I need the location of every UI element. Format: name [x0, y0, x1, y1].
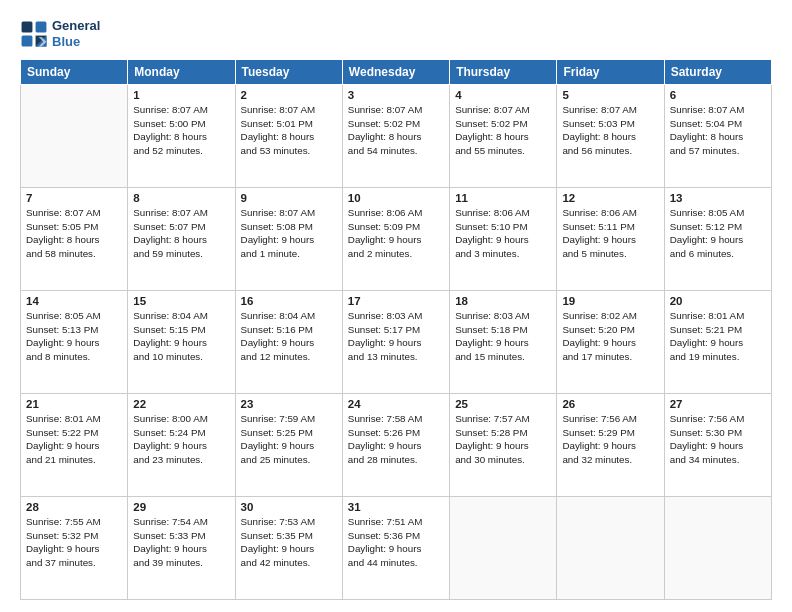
day-header-friday: Friday: [557, 60, 664, 85]
day-number: 3: [348, 89, 444, 101]
day-number: 17: [348, 295, 444, 307]
calendar-cell: 1Sunrise: 8:07 AM Sunset: 5:00 PM Daylig…: [128, 85, 235, 188]
day-info: Sunrise: 8:07 AM Sunset: 5:00 PM Dayligh…: [133, 103, 229, 157]
calendar-cell: 20Sunrise: 8:01 AM Sunset: 5:21 PM Dayli…: [664, 291, 771, 394]
calendar-cell: 30Sunrise: 7:53 AM Sunset: 5:35 PM Dayli…: [235, 497, 342, 600]
day-info: Sunrise: 7:58 AM Sunset: 5:26 PM Dayligh…: [348, 412, 444, 466]
day-info: Sunrise: 8:06 AM Sunset: 5:11 PM Dayligh…: [562, 206, 658, 260]
day-number: 19: [562, 295, 658, 307]
day-info: Sunrise: 7:59 AM Sunset: 5:25 PM Dayligh…: [241, 412, 337, 466]
day-info: Sunrise: 8:06 AM Sunset: 5:09 PM Dayligh…: [348, 206, 444, 260]
day-number: 2: [241, 89, 337, 101]
week-row-2: 7Sunrise: 8:07 AM Sunset: 5:05 PM Daylig…: [21, 188, 772, 291]
calendar-cell: 27Sunrise: 7:56 AM Sunset: 5:30 PM Dayli…: [664, 394, 771, 497]
day-number: 22: [133, 398, 229, 410]
header: General Blue: [20, 18, 772, 49]
day-number: 23: [241, 398, 337, 410]
day-info: Sunrise: 8:03 AM Sunset: 5:18 PM Dayligh…: [455, 309, 551, 363]
day-number: 16: [241, 295, 337, 307]
calendar-cell: 22Sunrise: 8:00 AM Sunset: 5:24 PM Dayli…: [128, 394, 235, 497]
day-info: Sunrise: 7:56 AM Sunset: 5:30 PM Dayligh…: [670, 412, 766, 466]
calendar-table: SundayMondayTuesdayWednesdayThursdayFrid…: [20, 59, 772, 600]
calendar-cell: 14Sunrise: 8:05 AM Sunset: 5:13 PM Dayli…: [21, 291, 128, 394]
day-number: 15: [133, 295, 229, 307]
calendar-cell: 9Sunrise: 8:07 AM Sunset: 5:08 PM Daylig…: [235, 188, 342, 291]
day-number: 12: [562, 192, 658, 204]
day-number: 6: [670, 89, 766, 101]
day-number: 20: [670, 295, 766, 307]
calendar-cell: 28Sunrise: 7:55 AM Sunset: 5:32 PM Dayli…: [21, 497, 128, 600]
calendar-cell: 11Sunrise: 8:06 AM Sunset: 5:10 PM Dayli…: [450, 188, 557, 291]
day-info: Sunrise: 7:55 AM Sunset: 5:32 PM Dayligh…: [26, 515, 122, 569]
svg-rect-0: [22, 21, 33, 32]
calendar-cell: 18Sunrise: 8:03 AM Sunset: 5:18 PM Dayli…: [450, 291, 557, 394]
svg-rect-2: [22, 35, 33, 46]
day-info: Sunrise: 8:02 AM Sunset: 5:20 PM Dayligh…: [562, 309, 658, 363]
day-number: 30: [241, 501, 337, 513]
calendar-cell: [450, 497, 557, 600]
svg-rect-1: [36, 21, 47, 32]
day-info: Sunrise: 8:06 AM Sunset: 5:10 PM Dayligh…: [455, 206, 551, 260]
calendar-cell: 17Sunrise: 8:03 AM Sunset: 5:17 PM Dayli…: [342, 291, 449, 394]
day-info: Sunrise: 8:05 AM Sunset: 5:12 PM Dayligh…: [670, 206, 766, 260]
calendar-cell: 6Sunrise: 8:07 AM Sunset: 5:04 PM Daylig…: [664, 85, 771, 188]
day-info: Sunrise: 8:07 AM Sunset: 5:01 PM Dayligh…: [241, 103, 337, 157]
week-row-4: 21Sunrise: 8:01 AM Sunset: 5:22 PM Dayli…: [21, 394, 772, 497]
day-info: Sunrise: 7:53 AM Sunset: 5:35 PM Dayligh…: [241, 515, 337, 569]
week-row-5: 28Sunrise: 7:55 AM Sunset: 5:32 PM Dayli…: [21, 497, 772, 600]
calendar-cell: 4Sunrise: 8:07 AM Sunset: 5:02 PM Daylig…: [450, 85, 557, 188]
day-number: 31: [348, 501, 444, 513]
day-info: Sunrise: 8:07 AM Sunset: 5:05 PM Dayligh…: [26, 206, 122, 260]
day-number: 7: [26, 192, 122, 204]
day-number: 9: [241, 192, 337, 204]
day-header-wednesday: Wednesday: [342, 60, 449, 85]
day-header-sunday: Sunday: [21, 60, 128, 85]
page: General Blue SundayMondayTuesdayWednesda…: [0, 0, 792, 612]
calendar-cell: 19Sunrise: 8:02 AM Sunset: 5:20 PM Dayli…: [557, 291, 664, 394]
logo-blue: Blue: [52, 34, 100, 50]
calendar-cell: 13Sunrise: 8:05 AM Sunset: 5:12 PM Dayli…: [664, 188, 771, 291]
day-header-monday: Monday: [128, 60, 235, 85]
day-info: Sunrise: 8:03 AM Sunset: 5:17 PM Dayligh…: [348, 309, 444, 363]
day-header-thursday: Thursday: [450, 60, 557, 85]
day-info: Sunrise: 8:07 AM Sunset: 5:08 PM Dayligh…: [241, 206, 337, 260]
days-header-row: SundayMondayTuesdayWednesdayThursdayFrid…: [21, 60, 772, 85]
calendar: SundayMondayTuesdayWednesdayThursdayFrid…: [20, 59, 772, 600]
week-row-3: 14Sunrise: 8:05 AM Sunset: 5:13 PM Dayli…: [21, 291, 772, 394]
day-number: 10: [348, 192, 444, 204]
day-number: 8: [133, 192, 229, 204]
calendar-cell: 8Sunrise: 8:07 AM Sunset: 5:07 PM Daylig…: [128, 188, 235, 291]
day-info: Sunrise: 8:01 AM Sunset: 5:21 PM Dayligh…: [670, 309, 766, 363]
day-number: 29: [133, 501, 229, 513]
day-info: Sunrise: 8:01 AM Sunset: 5:22 PM Dayligh…: [26, 412, 122, 466]
calendar-cell: 15Sunrise: 8:04 AM Sunset: 5:15 PM Dayli…: [128, 291, 235, 394]
day-number: 27: [670, 398, 766, 410]
day-header-tuesday: Tuesday: [235, 60, 342, 85]
day-number: 11: [455, 192, 551, 204]
calendar-cell: 2Sunrise: 8:07 AM Sunset: 5:01 PM Daylig…: [235, 85, 342, 188]
day-number: 25: [455, 398, 551, 410]
calendar-cell: 10Sunrise: 8:06 AM Sunset: 5:09 PM Dayli…: [342, 188, 449, 291]
day-info: Sunrise: 8:07 AM Sunset: 5:02 PM Dayligh…: [348, 103, 444, 157]
day-number: 5: [562, 89, 658, 101]
day-number: 13: [670, 192, 766, 204]
day-info: Sunrise: 8:07 AM Sunset: 5:04 PM Dayligh…: [670, 103, 766, 157]
day-number: 24: [348, 398, 444, 410]
calendar-cell: 31Sunrise: 7:51 AM Sunset: 5:36 PM Dayli…: [342, 497, 449, 600]
day-info: Sunrise: 7:51 AM Sunset: 5:36 PM Dayligh…: [348, 515, 444, 569]
day-number: 21: [26, 398, 122, 410]
day-number: 1: [133, 89, 229, 101]
calendar-cell: [557, 497, 664, 600]
day-info: Sunrise: 8:00 AM Sunset: 5:24 PM Dayligh…: [133, 412, 229, 466]
day-info: Sunrise: 7:56 AM Sunset: 5:29 PM Dayligh…: [562, 412, 658, 466]
day-info: Sunrise: 8:04 AM Sunset: 5:16 PM Dayligh…: [241, 309, 337, 363]
calendar-cell: 25Sunrise: 7:57 AM Sunset: 5:28 PM Dayli…: [450, 394, 557, 497]
calendar-cell: 26Sunrise: 7:56 AM Sunset: 5:29 PM Dayli…: [557, 394, 664, 497]
logo: General Blue: [20, 18, 100, 49]
calendar-cell: [664, 497, 771, 600]
day-header-saturday: Saturday: [664, 60, 771, 85]
day-number: 14: [26, 295, 122, 307]
day-info: Sunrise: 8:07 AM Sunset: 5:03 PM Dayligh…: [562, 103, 658, 157]
week-row-1: 1Sunrise: 8:07 AM Sunset: 5:00 PM Daylig…: [21, 85, 772, 188]
day-info: Sunrise: 7:57 AM Sunset: 5:28 PM Dayligh…: [455, 412, 551, 466]
